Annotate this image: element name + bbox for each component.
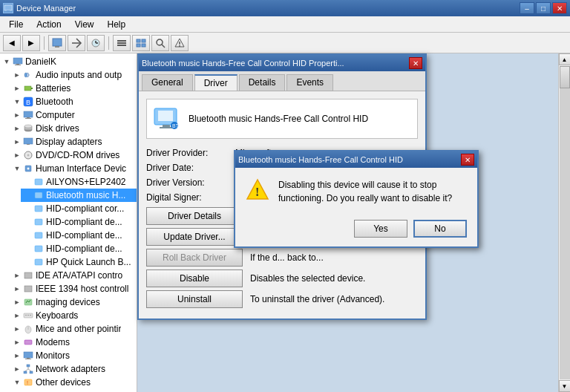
mice-expand-icon[interactable]: ► xyxy=(12,324,22,334)
roll-back-desc: If the d... back to... xyxy=(250,252,418,263)
driver-details-button[interactable]: Driver Details xyxy=(146,207,243,225)
other-expand-icon[interactable]: ▼ xyxy=(12,377,22,388)
properties-close-button[interactable]: ✕ xyxy=(409,57,422,69)
toolbar-forward[interactable]: ▶ xyxy=(22,35,40,51)
menu-action[interactable]: Action xyxy=(30,18,67,31)
imaging-expand-icon[interactable]: ► xyxy=(12,297,22,307)
tree-item-batteries[interactable]: ► Batteries xyxy=(10,82,137,95)
ieee-expand-icon[interactable]: ► xyxy=(12,284,22,294)
tab-bar: General Driver Details Events xyxy=(139,71,425,91)
toolbar-btn-6[interactable] xyxy=(151,35,169,51)
menu-help[interactable]: Help xyxy=(102,18,132,31)
tree-item-hpquick[interactable]: ► HP Quick Launch B... xyxy=(21,255,137,269)
tab-events[interactable]: Events xyxy=(286,74,333,91)
toolbar-btn-7[interactable] xyxy=(171,35,189,51)
tree-item-disk[interactable]: ► Disk drives xyxy=(10,122,137,135)
main-area: ▼ DanielK ► Audio inputs and outp ► Batt… xyxy=(0,53,570,392)
svg-rect-30 xyxy=(27,117,30,118)
uninstall-button[interactable]: Uninstall xyxy=(146,290,243,308)
maximize-button[interactable]: □ xyxy=(536,2,551,14)
scroll-up-button[interactable]: ▲ xyxy=(559,53,571,65)
tree-item-monitors[interactable]: ► Monitors xyxy=(10,349,137,362)
roll-back-button[interactable]: Roll Back Driver xyxy=(146,249,243,267)
tree-item-hid1[interactable]: ► HID-compliant cor... xyxy=(21,202,137,215)
device-header-icon: BT xyxy=(151,104,181,134)
driver-version-label: Driver Version: xyxy=(146,177,235,188)
tree-item-computer[interactable]: ► Computer xyxy=(10,108,137,122)
tree-item-ailyons[interactable]: ► AILYONS+ELP2402 xyxy=(21,175,137,189)
tree-item-dvd[interactable]: ► DVD/CD-ROM drives xyxy=(10,148,137,162)
yes-button[interactable]: Yes xyxy=(354,220,407,238)
alert-close-button[interactable]: ✕ xyxy=(461,154,474,166)
close-button[interactable]: ✕ xyxy=(552,2,567,14)
no-button[interactable]: No xyxy=(413,220,467,238)
svg-rect-52 xyxy=(25,315,27,316)
svg-rect-14 xyxy=(137,44,140,47)
tree-item-ide[interactable]: ► IDE ATA/ATAPI contro xyxy=(10,269,137,282)
tree-item-keyboards[interactable]: ► Keyboards xyxy=(10,309,137,322)
toolbar-btn-5[interactable] xyxy=(132,35,150,51)
computer-expand-icon[interactable]: ► xyxy=(12,110,22,120)
toolbar-back[interactable]: ◀ xyxy=(3,35,21,51)
toolbar-btn-4[interactable] xyxy=(113,35,131,51)
tree-item-display[interactable]: ► Display adapters xyxy=(10,135,137,148)
tree-root[interactable]: ▼ DanielK xyxy=(0,55,137,68)
warning-icon: ! xyxy=(246,178,269,202)
alert-button-area: Yes No xyxy=(235,215,477,246)
svg-rect-62 xyxy=(24,371,27,373)
tree-item-other[interactable]: ▼ ! Other devices xyxy=(10,376,137,389)
tree-item-ieee[interactable]: ► IEEE 1394 host controll xyxy=(10,282,137,295)
tab-driver[interactable]: Driver xyxy=(194,74,238,91)
tree-item-btmusic[interactable]: ► Bluetooth music H... xyxy=(21,189,137,202)
tree-item-hid[interactable]: ▼ Human Interface Devic xyxy=(10,162,137,175)
display-expand-icon[interactable]: ► xyxy=(12,137,22,147)
scroll-down-button[interactable]: ▼ xyxy=(559,380,571,392)
hid1-label: HID-compliant cor... xyxy=(46,203,124,214)
batteries-icon xyxy=(22,82,34,94)
disable-button[interactable]: Disable xyxy=(146,270,243,287)
tree-item-mice[interactable]: ► Mice and other pointir xyxy=(10,322,137,336)
update-driver-button[interactable]: Update Driver... xyxy=(146,228,243,246)
svg-point-38 xyxy=(27,154,30,157)
tree-item-bluetooth[interactable]: ▼ B Bluetooth xyxy=(10,95,137,108)
network-expand-icon[interactable]: ► xyxy=(12,364,22,374)
menu-file[interactable]: File xyxy=(3,18,29,31)
ide-expand-icon[interactable]: ► xyxy=(12,270,22,281)
tab-details[interactable]: Details xyxy=(239,74,286,91)
scroll-thumb[interactable] xyxy=(560,66,570,88)
tree-item-hid2[interactable]: ► HID-compliant de... xyxy=(21,215,137,229)
batteries-expand-icon[interactable]: ► xyxy=(12,83,22,94)
keyboards-expand-icon[interactable]: ► xyxy=(12,310,22,321)
tree-item-audio[interactable]: ► Audio inputs and outp xyxy=(10,68,137,82)
tree-item-imaging[interactable]: ► Imaging devices xyxy=(10,295,137,309)
tree-item-network[interactable]: ► Network adapters xyxy=(10,362,137,376)
tree-item-hid4[interactable]: ► HID-compliant de... xyxy=(21,242,137,255)
menu-bar: File Action View Help xyxy=(0,16,570,33)
tab-general[interactable]: General xyxy=(142,74,193,91)
dvd-expand-icon[interactable]: ► xyxy=(12,150,22,160)
disk-icon xyxy=(22,122,34,134)
tree-item-modems[interactable]: ► Modems xyxy=(10,336,137,349)
device-tree: ▼ DanielK ► Audio inputs and outp ► Batt… xyxy=(0,53,137,392)
hid-expand-icon[interactable]: ▼ xyxy=(12,163,22,174)
bluetooth-expand-icon[interactable]: ▼ xyxy=(12,97,22,107)
toolbar-btn-3[interactable] xyxy=(87,35,105,51)
svg-rect-60 xyxy=(25,359,31,359)
tree-item-hid3[interactable]: ► HID-compliant de... xyxy=(21,229,137,242)
computer-icon xyxy=(12,56,24,68)
minimize-button[interactable]: – xyxy=(520,2,534,14)
bluetooth-label: Bluetooth xyxy=(36,97,73,107)
modems-expand-icon[interactable]: ► xyxy=(12,337,22,347)
toolbar-btn-2[interactable] xyxy=(68,35,85,51)
svg-point-24 xyxy=(24,73,27,77)
toolbar-btn-1[interactable] xyxy=(48,35,66,51)
disk-expand-icon[interactable]: ► xyxy=(12,123,22,134)
root-expand-icon[interactable]: ▼ xyxy=(1,56,12,67)
monitors-expand-icon[interactable]: ► xyxy=(12,350,22,361)
tree-item-basesystem[interactable]: ► Base System Device xyxy=(21,389,137,392)
audio-expand-icon[interactable]: ► xyxy=(12,70,22,80)
hid-label: Human Interface Devic xyxy=(36,163,126,174)
imaging-icon xyxy=(22,296,34,308)
menu-view[interactable]: View xyxy=(69,18,100,31)
svg-rect-47 xyxy=(35,259,42,265)
